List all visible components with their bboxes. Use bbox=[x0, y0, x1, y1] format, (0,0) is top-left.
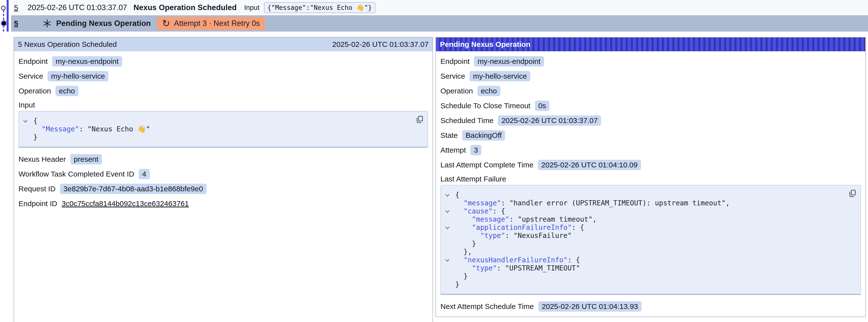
json-text bbox=[33, 125, 42, 133]
field-label: Input bbox=[19, 101, 35, 109]
retry-badge-text: Attempt 3 · Next Retry 0s bbox=[174, 19, 260, 28]
field-value-badge: present bbox=[70, 154, 102, 164]
field-label: Nexus Header bbox=[19, 155, 66, 163]
scheduled-panel-content: Endpointmy-nexus-endpointServicemy-hello… bbox=[14, 51, 433, 214]
field-label: Attempt bbox=[440, 146, 466, 154]
field-label: Scheduled Time bbox=[440, 117, 493, 125]
json-key: "applicationFailureInfo" bbox=[472, 223, 572, 231]
field-label: Last Attempt Failure bbox=[440, 175, 506, 183]
field-row: Workflow Task Completed Event ID4 bbox=[19, 169, 428, 179]
event-history-top: 5 2025-02-26 UTC 01:03:37.07 Nexus Opera… bbox=[0, 0, 868, 32]
chevron-down-icon[interactable] bbox=[445, 225, 450, 229]
json-key: "Message" bbox=[42, 125, 79, 133]
field-label: Service bbox=[19, 72, 43, 80]
copy-icon[interactable] bbox=[848, 189, 857, 198]
json-line: }, bbox=[441, 248, 841, 256]
field-row: Scheduled Time2025-02-26 UTC 01:03:37.07 bbox=[440, 116, 861, 126]
field-value-badge: echo bbox=[477, 86, 500, 96]
timeline-node-current-icon bbox=[2, 21, 6, 25]
event-timestamp: 2025-02-26 UTC 01:03:37.07 bbox=[28, 3, 127, 12]
field-row: Nexus Headerpresent bbox=[19, 154, 428, 164]
json-text: : { bbox=[567, 256, 580, 264]
json-line: } bbox=[441, 280, 841, 288]
field-value-badge: my-hello-service bbox=[469, 71, 530, 82]
event-title: Nexus Operation Scheduled bbox=[133, 3, 237, 12]
event-id-link[interactable]: 5 bbox=[14, 19, 18, 28]
field-value-badge: 2025-02-26 UTC 01:04:10.09 bbox=[538, 160, 641, 170]
input-label: Input bbox=[244, 4, 259, 11]
json-line: "cause": { bbox=[441, 207, 841, 215]
field-row: Input bbox=[19, 101, 428, 109]
field-row: Endpointmy-nexus-endpoint bbox=[19, 56, 428, 67]
json-key: "cause" bbox=[464, 207, 493, 215]
json-text: : "UPSTREAM_TIMEOUT" bbox=[497, 264, 580, 272]
json-text bbox=[455, 256, 464, 264]
input-value-chip[interactable]: {"Message":"Nexus Echo 👋"} bbox=[264, 2, 375, 13]
endpoint-id-link[interactable]: 3c0c75ccfa8144b092c13ce632463761 bbox=[62, 199, 189, 208]
json-text bbox=[455, 264, 472, 272]
chevron-down-icon[interactable] bbox=[445, 258, 450, 262]
json-text: { bbox=[33, 117, 37, 125]
json-text bbox=[455, 207, 464, 215]
json-text: } bbox=[33, 133, 37, 141]
field-value-badge: my-hello-service bbox=[48, 71, 108, 82]
pending-panel-content: Endpointmy-nexus-endpointServicemy-hello… bbox=[436, 51, 865, 317]
json-line: "applicationFailureInfo": { bbox=[441, 223, 841, 231]
json-text bbox=[455, 199, 464, 207]
field-label: Endpoint bbox=[440, 57, 469, 66]
field-value-badge: BackingOff bbox=[462, 130, 505, 140]
field-value-badge: my-nexus-endpoint bbox=[52, 56, 122, 67]
field-row: Servicemy-hello-service bbox=[440, 71, 861, 82]
chevron-down-icon[interactable] bbox=[445, 193, 450, 197]
json-line: "nexusHandlerFailureInfo": { bbox=[441, 256, 841, 264]
event-timeline bbox=[0, 0, 11, 32]
event-detail-panels: 5 Nexus Operation Scheduled 2025-02-26 U… bbox=[13, 37, 868, 322]
chevron-down-icon[interactable] bbox=[24, 119, 28, 123]
json-text bbox=[455, 223, 472, 231]
field-value-badge: echo bbox=[56, 86, 79, 96]
field-row: Last Attempt Complete Time2025-02-26 UTC… bbox=[440, 160, 861, 170]
json-text: : { bbox=[572, 223, 584, 231]
field-row: Operationecho bbox=[440, 86, 861, 96]
timeline-active-bar bbox=[7, 0, 9, 32]
json-text: } bbox=[455, 280, 459, 288]
json-line: } bbox=[441, 272, 841, 280]
json-text bbox=[455, 231, 480, 240]
field-row: Endpointmy-nexus-endpoint bbox=[440, 56, 861, 67]
json-viewer: { "Message": "Nexus Echo 👋"} bbox=[19, 111, 428, 148]
chevron-down-icon[interactable] bbox=[445, 209, 450, 213]
scheduled-event-panel: 5 Nexus Operation Scheduled 2025-02-26 U… bbox=[13, 37, 433, 322]
event-row-pending[interactable]: 5 Pending Nexus Operation ↻ Attempt 3 · … bbox=[11, 15, 868, 32]
field-label: Operation bbox=[440, 87, 473, 95]
field-label: Last Attempt Complete Time bbox=[440, 161, 533, 169]
pending-panel-title: Pending Nexus Operation bbox=[440, 40, 530, 49]
event-id-link[interactable]: 5 bbox=[14, 3, 18, 12]
field-row: StateBackingOff bbox=[440, 130, 861, 140]
field-label: Endpoint ID bbox=[19, 199, 57, 208]
field-label: Service bbox=[440, 72, 465, 80]
json-line: { bbox=[19, 117, 408, 125]
field-label: Schedule To Close Timeout bbox=[440, 102, 530, 110]
field-row: Next Attempt Schedule Time2025-02-26 UTC… bbox=[440, 301, 861, 312]
field-label: Workflow Task Completed Event ID bbox=[19, 170, 134, 178]
field-label: Operation bbox=[19, 87, 51, 95]
field-label: Endpoint bbox=[19, 57, 48, 66]
json-text: }, bbox=[455, 248, 472, 256]
field-row: Servicemy-hello-service bbox=[19, 71, 428, 82]
json-key: "nexusHandlerFailureInfo" bbox=[464, 256, 567, 264]
field-value-badge: 0s bbox=[535, 101, 550, 111]
json-line: "type": "NexusFailure" bbox=[441, 231, 841, 240]
event-row-scheduled[interactable]: 5 2025-02-26 UTC 01:03:37.07 Nexus Opera… bbox=[11, 0, 868, 15]
copy-icon[interactable] bbox=[415, 115, 424, 124]
json-line: { bbox=[441, 191, 841, 199]
field-value-badge: my-nexus-endpoint bbox=[474, 56, 544, 67]
json-line: "Message": "Nexus Echo 👋" bbox=[19, 125, 408, 133]
json-line: } bbox=[19, 133, 408, 141]
pending-panel-header: Pending Nexus Operation bbox=[436, 37, 865, 51]
json-line: "type": "UPSTREAM_TIMEOUT" bbox=[441, 264, 841, 272]
json-text: : "handler error (UPSTREAM_TIMEOUT): ups… bbox=[501, 199, 730, 207]
retry-status-badge: ↻ Attempt 3 · Next Retry 0s bbox=[157, 17, 265, 30]
field-value-badge: 3e829b7e-7d67-4b08-aad3-b1e868bfe9e0 bbox=[60, 184, 207, 194]
json-key: "type" bbox=[472, 264, 497, 272]
field-label: Request ID bbox=[19, 185, 56, 193]
